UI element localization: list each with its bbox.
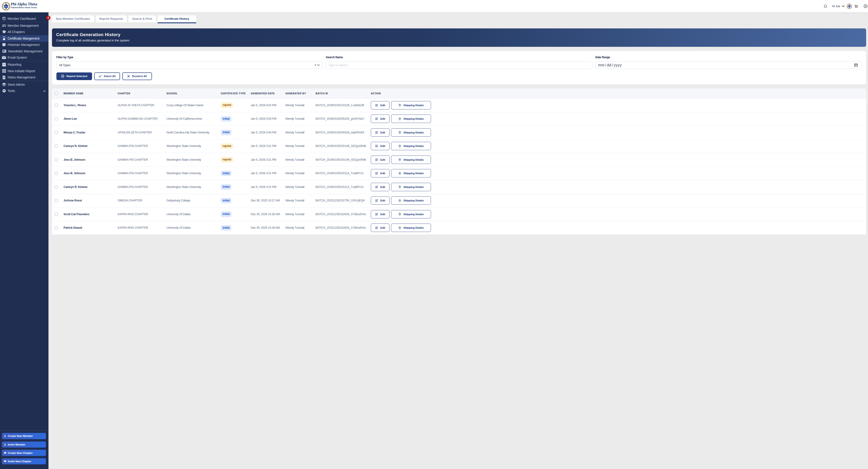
svg-text:ΦΑΘ: ΦΑΘ [5,6,8,7]
